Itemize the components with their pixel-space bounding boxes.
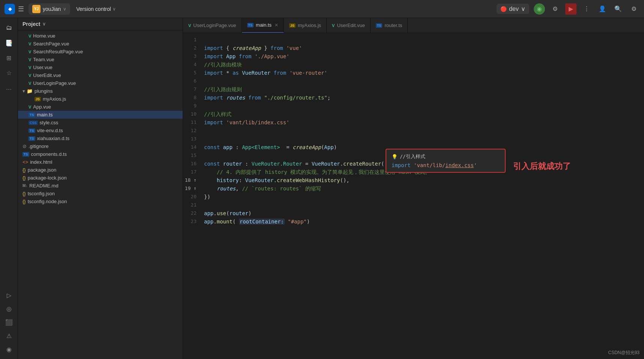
line-content: //引入路由规则 bbox=[203, 86, 644, 94]
sidebar-item-problems[interactable]: ⚠ bbox=[2, 329, 16, 342]
vue-icon: V bbox=[29, 73, 31, 78]
ts-icon: TS bbox=[29, 113, 35, 117]
line-content: import { createApp } from 'vue' bbox=[203, 44, 644, 52]
list-item[interactable]: CSS style.css bbox=[18, 119, 183, 127]
line-number: 9 bbox=[183, 102, 203, 109]
line-content bbox=[203, 201, 644, 203]
list-item[interactable]: V UserEdit.vue bbox=[18, 71, 183, 79]
sidebar-item-plugins[interactable]: ◉ bbox=[2, 342, 16, 356]
vcs-selector[interactable]: Version control ∨ bbox=[73, 5, 119, 14]
line-number: 14 bbox=[183, 143, 203, 150]
icon-sidebar: 🗂 📑 ⊞ ☆ … ▷ ◎ ⬛ ⚠ ◉ bbox=[0, 18, 18, 359]
line-number: 3 bbox=[183, 53, 203, 59]
copilot-button[interactable]: ◉ bbox=[534, 3, 545, 15]
file-name: .gitignore bbox=[29, 143, 48, 149]
list-item[interactable]: {} package.json bbox=[18, 166, 183, 174]
sidebar-item-git[interactable]: ◎ bbox=[2, 302, 16, 315]
code-line: 21 bbox=[183, 201, 644, 210]
settings-button[interactable]: ⚙ bbox=[549, 3, 561, 15]
list-item[interactable]: TS vite-env.d.ts bbox=[18, 127, 183, 134]
vue-icon: V bbox=[29, 42, 31, 46]
folder-chevron-icon: ▾ bbox=[23, 88, 25, 94]
project-selector[interactable]: YJ youJian ∨ bbox=[29, 3, 70, 15]
list-item[interactable]: V Home.vue bbox=[18, 32, 183, 40]
tab-myaxios[interactable]: JS myAxios.js bbox=[284, 18, 327, 33]
ts-icon: TS bbox=[23, 152, 29, 157]
plugin-settings-button[interactable]: ⚙ bbox=[628, 3, 639, 15]
code-line: 11 import 'vant/lib/index.css' bbox=[183, 119, 644, 127]
tab-userloginpage[interactable]: V UserLoginPage.vue bbox=[183, 18, 242, 33]
vcs-chevron-icon: ∨ bbox=[113, 6, 116, 12]
line-content: import App from './App.vue' bbox=[203, 53, 644, 60]
code-line: 9 bbox=[183, 102, 644, 110]
code-line: 23 app.mount( rootContainer: "#app") bbox=[183, 218, 644, 226]
sidebar-item-terminal[interactable]: ⬛ bbox=[2, 315, 16, 329]
line-content: }) bbox=[203, 193, 644, 201]
tooltip-box: 💡 //引入样式 import 'vant/lib/index.css' bbox=[386, 149, 506, 173]
line-number: 20 bbox=[183, 193, 203, 199]
list-item[interactable]: V App.vue bbox=[18, 103, 183, 111]
list-item[interactable]: TS components.d.ts bbox=[18, 150, 183, 158]
file-name: Home.vue bbox=[33, 33, 55, 39]
list-item[interactable]: V Team.vue bbox=[18, 56, 183, 63]
branch-badge[interactable]: 🔴 dev ∨ bbox=[497, 4, 529, 14]
tab-close-button[interactable]: ✕ bbox=[275, 23, 278, 28]
tab-router[interactable]: TS router.ts bbox=[371, 18, 408, 33]
gitignore-icon: ⊘ bbox=[23, 143, 27, 149]
list-item[interactable]: {} package-lock.json bbox=[18, 174, 183, 182]
sidebar-item-project[interactable]: 🗂 bbox=[2, 21, 16, 35]
more-button[interactable]: ⋮ bbox=[581, 3, 592, 15]
file-name: SearchResultPage.vue bbox=[33, 49, 83, 54]
list-item[interactable]: V SearchResultPage.vue bbox=[18, 48, 183, 56]
branch-chevron-icon: ∨ bbox=[521, 5, 525, 12]
sidebar-item-more[interactable]: … bbox=[2, 81, 16, 95]
file-name: UserEdit.vue bbox=[33, 72, 61, 78]
file-name: README.md bbox=[29, 183, 58, 189]
code-editor[interactable]: 1 2 import { createApp } from 'vue' 3 im… bbox=[183, 33, 644, 359]
sidebar-item-favorites[interactable]: ☆ bbox=[2, 66, 16, 80]
account-button[interactable]: 👤 bbox=[597, 3, 608, 15]
file-name: xiahuaxian.d.ts bbox=[37, 136, 70, 141]
list-item[interactable]: JS myAxios.js bbox=[18, 95, 183, 103]
list-item[interactable]: {} tsconfig.node.json bbox=[18, 198, 183, 205]
list-item[interactable]: V UserLoginPage.vue bbox=[18, 79, 183, 87]
list-item[interactable]: ▾ 📁 plungins bbox=[18, 87, 183, 95]
line-number: 7 bbox=[183, 86, 203, 92]
vue-tab-icon: V bbox=[188, 23, 191, 28]
tab-maints[interactable]: TS main.ts ✕ bbox=[242, 18, 284, 33]
code-line: 5 import * as VueRouter from 'vue-router… bbox=[183, 69, 644, 77]
list-item[interactable]: {} tsconfig.json bbox=[18, 190, 183, 198]
code-line: 18 ↑ history: VueRouter.createWebHashHis… bbox=[183, 176, 644, 185]
run-button[interactable]: ▶ bbox=[565, 3, 576, 15]
tab-useredit[interactable]: V UserEdit.vue bbox=[327, 18, 371, 33]
sidebar-item-bookmarks[interactable]: 📑 bbox=[2, 36, 16, 50]
list-item[interactable]: ⊘ .gitignore bbox=[18, 142, 183, 150]
list-item[interactable]: M↓ README.md bbox=[18, 182, 183, 190]
list-item[interactable]: V SearchPage.vue bbox=[18, 40, 183, 48]
line-number: 8 bbox=[183, 94, 203, 100]
project-chevron-icon: ∨ bbox=[63, 6, 66, 12]
js-tab-icon: JS bbox=[289, 23, 296, 28]
sidebar-item-run[interactable]: ▷ bbox=[2, 288, 16, 302]
line-number: 21 bbox=[183, 201, 203, 208]
vue-icon: V bbox=[29, 57, 31, 62]
list-item[interactable]: TS xiahuaxian.d.ts bbox=[18, 134, 183, 142]
tab-label: router.ts bbox=[384, 23, 402, 28]
list-item-main-ts[interactable]: TS main.ts bbox=[18, 111, 183, 119]
line-content: routes, // `routes: routes` 的缩写 bbox=[203, 185, 644, 193]
json-icon: {} bbox=[23, 175, 26, 181]
editor-area: V UserLoginPage.vue TS main.ts ✕ JS myAx… bbox=[183, 18, 644, 359]
vue-tab-icon: V bbox=[332, 23, 335, 28]
line-content: import * as VueRouter from 'vue-router' bbox=[203, 69, 644, 77]
menu-icon[interactable]: ☰ bbox=[18, 5, 24, 13]
file-tree-panel: Project ∨ V Home.vue V SearchPage.vue V … bbox=[18, 18, 183, 359]
list-item[interactable]: <> index.html bbox=[18, 158, 183, 166]
sidebar-item-structure[interactable]: ⊞ bbox=[2, 51, 16, 65]
tooltip-title: 💡 //引入样式 bbox=[392, 153, 500, 160]
list-item[interactable]: V User.vue bbox=[18, 63, 183, 71]
line-number: 4 bbox=[183, 61, 203, 67]
file-name: tsconfig.json bbox=[28, 191, 55, 196]
vue-icon: V bbox=[29, 65, 31, 70]
search-button[interactable]: 🔍 bbox=[612, 3, 624, 15]
json-icon: {} bbox=[23, 191, 26, 196]
